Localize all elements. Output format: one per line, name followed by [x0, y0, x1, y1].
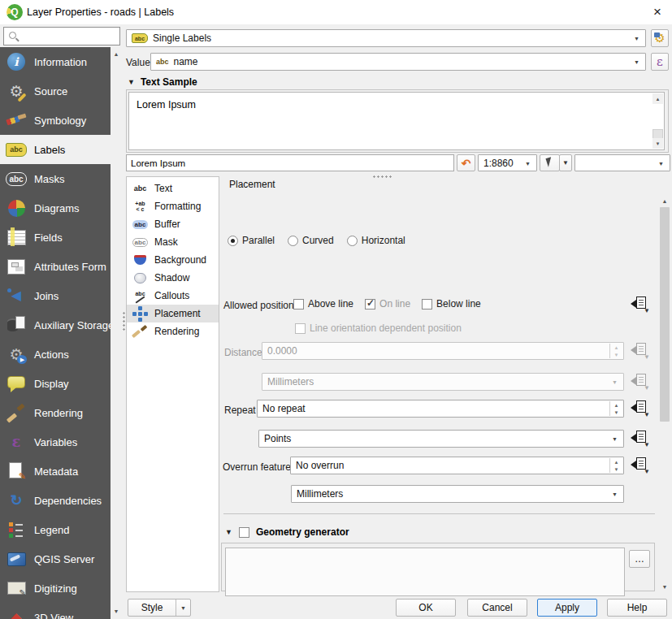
automated-placement-settings-button[interactable] [651, 29, 669, 47]
label-settings-tab[interactable]: Placement [127, 305, 219, 322]
label-mode-combo[interactable]: abc Single Labels [126, 29, 646, 47]
sidebar-item[interactable]: Joins [0, 281, 111, 310]
expression-builder-button[interactable]: ε [651, 53, 669, 71]
sidebar-item[interactable]: Auxiliary Storage [0, 310, 111, 340]
allowed-positions-label: Allowed positions [223, 300, 299, 311]
scroll-down-icon[interactable]: ▼ [652, 138, 663, 149]
help-button[interactable]: Help [607, 599, 667, 617]
label-settings-tab[interactable]: Rendering [127, 322, 219, 340]
label-settings-tab[interactable]: Shadow [127, 269, 219, 287]
preview-scale-combo[interactable]: 1:8860 [478, 154, 537, 171]
expression-more-button[interactable]: … [629, 550, 650, 568]
display-icon [6, 373, 27, 394]
placement-scrollbar[interactable]: ▲ ▼ [659, 195, 670, 593]
sidebar-item[interactable]: Information [0, 47, 111, 76]
sample-text-input[interactable] [126, 154, 454, 171]
tab-buffer-icon [130, 217, 150, 232]
sidebar-item[interactable]: QGIS Server [0, 544, 111, 574]
data-defined-override-button[interactable]: ▼ [630, 297, 650, 313]
style-menu-button[interactable]: Style ▼ [128, 599, 191, 617]
splitter-handle[interactable] [372, 175, 393, 179]
sidebar-item[interactable]: Actions [0, 340, 111, 369]
distance-unit-combo[interactable]: Millimeters [262, 373, 624, 391]
sidebar-item[interactable]: Fields [0, 223, 111, 252]
sidebar-item-label: Digitizing [34, 582, 77, 595]
scroll-down-icon[interactable]: ▼ [659, 581, 670, 593]
allowed-position-checkbox[interactable]: On line [365, 298, 410, 310]
value-field-combo[interactable]: abc name [150, 53, 646, 71]
spinner-arrows[interactable]: ▲▼ [609, 458, 622, 473]
sidebar-item[interactable]: 3D View [0, 603, 111, 619]
sidebar-item[interactable]: Variables [0, 427, 111, 457]
map-settings-button[interactable] [540, 154, 560, 171]
label-settings-tab[interactable]: Background [127, 251, 219, 269]
line-orientation-checkbox[interactable]: Line orientation dependent position [295, 322, 462, 334]
spinner-arrows[interactable]: ▲▼ [609, 344, 622, 358]
label-settings-tabs: Text Formatting Buffer Mask Background [126, 176, 219, 592]
data-defined-override-button[interactable]: ▼ [630, 457, 650, 474]
close-button[interactable]: × [647, 2, 668, 22]
preview-scrollbar[interactable]: ▲ ▼ [652, 93, 663, 149]
preview-background-combo[interactable] [574, 154, 670, 171]
apply-button[interactable]: Apply [537, 599, 597, 617]
sidebar-scrollbar[interactable]: ▲ ▼ [111, 47, 122, 619]
ok-button[interactable]: OK [396, 599, 456, 617]
sidebar-item[interactable]: Labels [0, 135, 111, 164]
overrun-unit-combo[interactable]: Millimeters [291, 485, 624, 503]
scroll-up-icon[interactable]: ▲ [659, 195, 670, 207]
allowed-position-checkbox[interactable]: Below line [422, 298, 481, 310]
label-settings-tab[interactable]: Formatting [127, 197, 219, 215]
sidebar-item[interactable]: Digitizing [0, 574, 111, 603]
geometry-expression-area[interactable] [225, 548, 625, 596]
sidebar-item[interactable]: Masks [0, 164, 111, 193]
tab-shadow-icon [130, 271, 150, 285]
orientation-radio[interactable]: Horizontal [347, 235, 405, 246]
sidebar-item[interactable]: Metadata [0, 457, 111, 486]
orientation-radio[interactable]: Parallel [228, 235, 275, 246]
auxiliary-storage-icon [6, 314, 27, 335]
option-search [3, 27, 120, 45]
collapse-triangle-icon[interactable]: ▼ [225, 528, 232, 536]
overrun-spinbox[interactable]: No overrun ▲▼ [290, 457, 624, 474]
data-defined-override-button[interactable]: ▼ [630, 400, 650, 417]
sidebar-item[interactable]: Symbology [0, 106, 111, 135]
digitizing-icon [6, 578, 27, 599]
search-input[interactable] [20, 28, 118, 45]
scroll-down-icon[interactable]: ▼ [111, 604, 122, 617]
overrun-feature-label: Overrun feature [223, 461, 291, 473]
scrollbar-thumb[interactable] [660, 207, 670, 422]
repeat-spinbox[interactable]: No repeat ▲▼ [257, 400, 624, 418]
geometry-generator-checkbox[interactable] [239, 527, 249, 538]
data-defined-override-button[interactable]: ▼ [630, 431, 650, 447]
spinner-arrows[interactable]: ▲▼ [609, 401, 622, 416]
sidebar-item[interactable]: Dependencies [0, 486, 111, 515]
cancel-button[interactable]: Cancel [467, 599, 527, 617]
text-sample-header[interactable]: ▼ Text Sample [128, 76, 197, 88]
sidebar-item[interactable]: Diagrams [0, 193, 111, 223]
sidebar-item-label: Symbology [34, 115, 86, 127]
scroll-up-icon[interactable]: ▲ [652, 93, 663, 104]
label-settings-tab[interactable]: Callouts [127, 287, 219, 305]
sidebar-item[interactable]: Display [0, 369, 111, 398]
sidebar-item[interactable]: Source [0, 76, 111, 106]
reset-sample-button[interactable]: ↶ [457, 154, 475, 171]
allowed-position-checkbox[interactable]: Above line [293, 298, 353, 310]
sidebar-item[interactable]: Legend [0, 515, 111, 544]
label-settings-tab[interactable]: Text [127, 180, 219, 197]
search-icon [9, 32, 16, 39]
label-settings-tab[interactable]: Buffer [127, 215, 219, 233]
labels-icon [6, 139, 27, 160]
label-settings-tab[interactable]: Mask [127, 233, 219, 251]
repeat-unit-combo[interactable]: Points [258, 430, 624, 448]
section-divider [223, 513, 655, 514]
placement-section-title: Placement [229, 179, 275, 190]
sidebar-item[interactable]: Rendering [0, 398, 111, 427]
orientation-radio[interactable]: Curved [288, 235, 334, 246]
sidebar-item-label: Legend [34, 524, 69, 536]
map-settings-dropdown[interactable]: ▼ [559, 154, 572, 171]
distance-spinbox[interactable]: 0.0000 ▲▼ [262, 342, 624, 360]
tab-label: Formatting [154, 201, 201, 212]
sidebar-item[interactable]: Attributes Form [0, 252, 111, 281]
text-sample-title: Text Sample [141, 76, 197, 88]
scroll-up-icon[interactable]: ▲ [111, 47, 122, 60]
